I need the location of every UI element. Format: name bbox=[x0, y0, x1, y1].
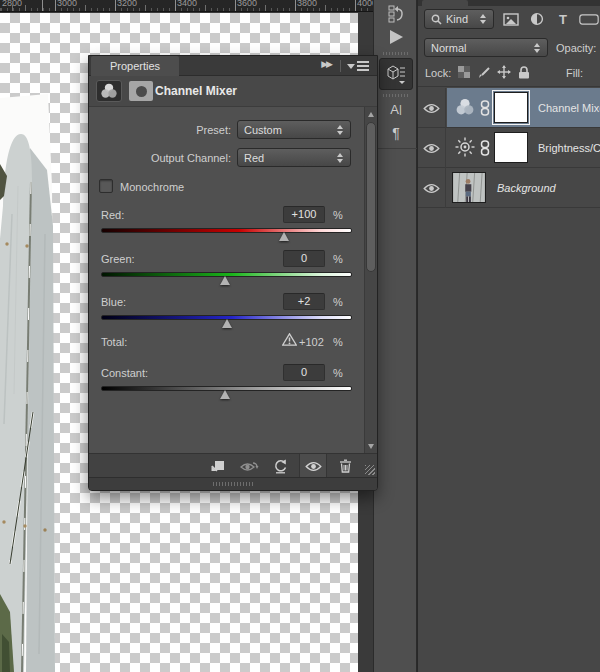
reset-adjustment-icon[interactable] bbox=[266, 454, 294, 478]
toggle-visibility-eye-icon[interactable] bbox=[299, 454, 327, 478]
search-icon bbox=[431, 14, 442, 25]
layer-filter-kind-select[interactable]: Kind bbox=[424, 9, 494, 29]
layer-mask-thumbnail[interactable] bbox=[494, 92, 528, 123]
character-panel-icon[interactable]: A| bbox=[374, 98, 418, 120]
red-value-field[interactable]: +100 bbox=[283, 206, 325, 223]
mask-badge-icon[interactable] bbox=[129, 81, 153, 101]
properties-footer bbox=[89, 453, 377, 477]
filter-type-layers-icon[interactable]: T bbox=[553, 9, 573, 29]
green-slider-thumb[interactable] bbox=[220, 276, 230, 285]
channel-mixer-adjustment-icon bbox=[454, 96, 476, 120]
fence-photo-layer-content[interactable] bbox=[0, 94, 58, 672]
constant-slider-thumb[interactable] bbox=[220, 390, 230, 399]
horizontal-ruler[interactable]: 2800 3000 3200 3400 3600 3800 4000 bbox=[0, 0, 373, 12]
properties-scrollbar[interactable] bbox=[364, 107, 377, 454]
dock-drag-handle[interactable] bbox=[383, 52, 409, 55]
output-channel-label: Output Channel: bbox=[97, 152, 231, 164]
red-slider-track[interactable] bbox=[101, 228, 352, 233]
constant-label: Constant: bbox=[101, 367, 148, 379]
panel-bottom-bar bbox=[89, 477, 377, 490]
green-slider[interactable] bbox=[101, 272, 352, 286]
visibility-eye-icon[interactable] bbox=[418, 128, 446, 168]
panel-title: Channel Mixer bbox=[155, 76, 237, 106]
ruler-label: 4000 bbox=[357, 0, 373, 8]
spinner-arrows-icon bbox=[337, 125, 344, 135]
layers-tab-strip bbox=[418, 0, 600, 6]
blue-value-field[interactable]: +2 bbox=[283, 293, 325, 310]
total-unit: % bbox=[333, 336, 343, 348]
ruler-label: 3400 bbox=[177, 0, 197, 8]
preset-value: Custom bbox=[244, 124, 282, 136]
history-panel-icon[interactable] bbox=[374, 3, 418, 25]
layers-tab[interactable] bbox=[422, 0, 468, 6]
layer-row-background[interactable]: Background bbox=[418, 168, 600, 208]
layer-mask-thumbnail[interactable] bbox=[494, 132, 528, 163]
lock-transparency-icon[interactable] bbox=[456, 64, 472, 80]
visibility-eye-icon[interactable] bbox=[418, 88, 446, 128]
brightness-contrast-adjustment-icon bbox=[454, 136, 476, 160]
opacity-label: Opacity: bbox=[556, 42, 596, 54]
layer-row-channel-mixer[interactable]: Channel Mixer bbox=[418, 88, 600, 128]
properties-header: Channel Mixer bbox=[89, 76, 377, 106]
background-layer-thumbnail[interactable] bbox=[452, 172, 486, 203]
lock-image-brush-icon[interactable] bbox=[476, 64, 492, 80]
lock-all-padlock-icon[interactable] bbox=[516, 64, 532, 80]
layer-name[interactable]: Background bbox=[497, 168, 556, 208]
mask-link-icon[interactable] bbox=[480, 140, 490, 158]
scroll-down-icon[interactable] bbox=[368, 444, 374, 449]
channel-mixer-badge-icon bbox=[96, 80, 122, 102]
blue-slider[interactable] bbox=[101, 315, 352, 329]
paragraph-panel-icon[interactable]: ¶ bbox=[374, 122, 418, 144]
character-glyph: A bbox=[390, 102, 399, 117]
paragraph-glyph: ¶ bbox=[392, 125, 400, 141]
lock-label: Lock: bbox=[425, 67, 451, 79]
visibility-eye-icon[interactable] bbox=[418, 168, 446, 208]
filter-pixel-layers-icon[interactable] bbox=[501, 9, 521, 29]
actions-panel-icon[interactable] bbox=[374, 26, 418, 48]
red-slider[interactable] bbox=[101, 228, 352, 242]
spinner-arrows-icon bbox=[337, 153, 344, 163]
lock-position-move-icon[interactable] bbox=[496, 64, 512, 80]
filter-adjustment-layers-icon[interactable] bbox=[527, 9, 547, 29]
panel-drag-handle[interactable] bbox=[213, 482, 253, 486]
constant-value-field[interactable]: 0 bbox=[283, 364, 325, 381]
green-value-field[interactable]: 0 bbox=[283, 250, 325, 267]
green-label: Green: bbox=[101, 253, 135, 265]
filter-shape-layers-icon[interactable] bbox=[579, 9, 599, 29]
layer-name[interactable]: Brightness/Co bbox=[538, 128, 600, 168]
dock-divider bbox=[374, 148, 418, 149]
output-channel-value: Red bbox=[244, 152, 264, 164]
red-slider-thumb[interactable] bbox=[279, 232, 289, 241]
clip-to-layer-icon[interactable] bbox=[203, 454, 231, 478]
collapse-to-icons-icon[interactable]: ▶▶ bbox=[321, 59, 331, 69]
dock-drag-handle[interactable] bbox=[383, 94, 409, 97]
properties-panel-icon[interactable] bbox=[379, 58, 413, 90]
layer-name[interactable]: Channel Mixer bbox=[538, 88, 600, 128]
mask-link-icon[interactable] bbox=[480, 100, 490, 118]
output-channel-select[interactable]: Red bbox=[237, 148, 351, 167]
constant-slider[interactable] bbox=[101, 386, 352, 400]
green-unit: % bbox=[333, 253, 343, 265]
scrollbar-thumb[interactable] bbox=[366, 122, 376, 272]
spinner-arrows-icon bbox=[534, 43, 541, 53]
blue-unit: % bbox=[333, 296, 343, 308]
properties-tab[interactable]: Properties bbox=[91, 56, 179, 76]
blue-slider-thumb[interactable] bbox=[222, 319, 232, 328]
ruler-label: 3000 bbox=[57, 0, 77, 8]
layer-row-brightness-contrast[interactable]: Brightness/Co bbox=[418, 128, 600, 168]
scroll-up-icon[interactable] bbox=[368, 112, 374, 117]
warning-icon bbox=[282, 333, 297, 346]
panel-resize-grip[interactable] bbox=[365, 465, 375, 475]
blend-mode-select[interactable]: Normal bbox=[424, 38, 548, 57]
ruler-label: 3800 bbox=[297, 0, 317, 8]
delete-adjustment-trash-icon[interactable] bbox=[331, 454, 359, 478]
blend-mode-value: Normal bbox=[431, 42, 466, 54]
view-previous-state-eye-icon[interactable] bbox=[235, 454, 263, 478]
panel-menu-icon[interactable] bbox=[347, 61, 369, 72]
constant-unit: % bbox=[333, 367, 343, 379]
ruler-label: 3200 bbox=[117, 0, 137, 8]
monochrome-checkbox[interactable] bbox=[99, 179, 113, 193]
preset-select[interactable]: Custom bbox=[237, 120, 351, 139]
ruler-label: 3600 bbox=[237, 0, 257, 8]
panel-dock-strip: A| ¶ bbox=[373, 0, 417, 672]
